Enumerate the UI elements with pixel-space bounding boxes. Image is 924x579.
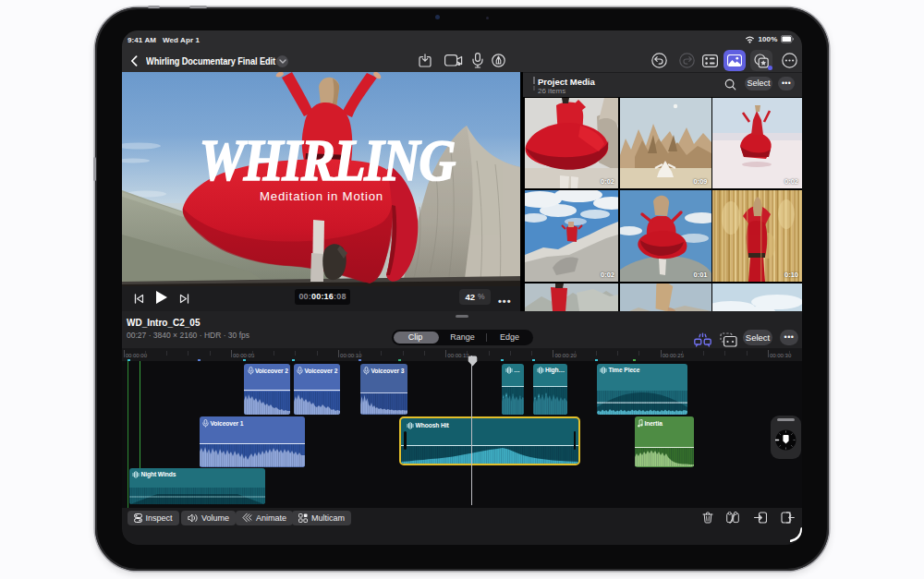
svg-text:Meditation in Motion: Meditation in Motion [260, 189, 383, 203]
svg-text:WHIRLING: WHIRLING [200, 128, 456, 193]
